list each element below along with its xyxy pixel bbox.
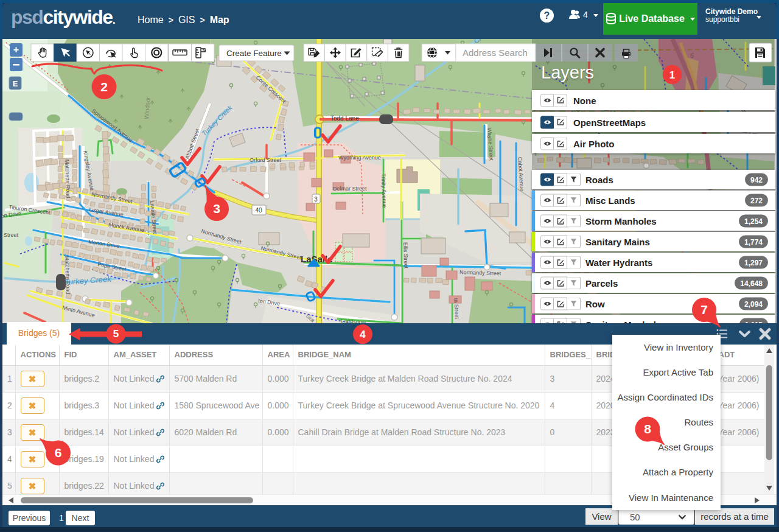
svg-text:Trinity Avenue: Trinity Avenue bbox=[380, 173, 388, 208]
svg-text:Delmar Street: Delmar Street bbox=[333, 186, 367, 192]
svg-text:Street: Street bbox=[4, 232, 19, 238]
svg-text:40: 40 bbox=[255, 207, 262, 214]
svg-text:?: ? bbox=[544, 10, 550, 21]
svg-text:Ellis Street: Ellis Street bbox=[402, 242, 410, 269]
svg-text:3: 3 bbox=[314, 196, 318, 203]
svg-text:Todd Lane: Todd Lane bbox=[330, 115, 359, 122]
svg-text:Wyoming Avenue: Wyoming Avenue bbox=[338, 155, 381, 161]
svg-text:LaSalle: LaSalle bbox=[301, 254, 333, 264]
svg-text:Orford Street: Orford Street bbox=[250, 157, 282, 163]
